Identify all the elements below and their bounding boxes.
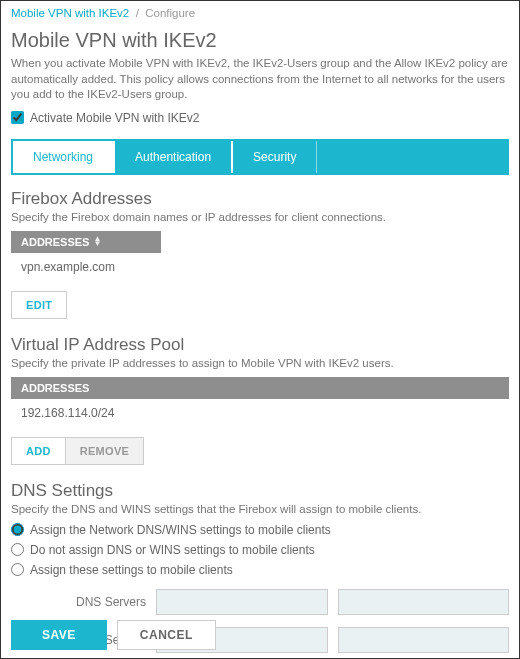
footer-buttons: SAVE CANCEL	[11, 620, 216, 650]
vip-table: ADDRESSES 192.168.114.0/24	[11, 377, 509, 427]
dns-opt2-label: Do not assign DNS or WINS settings to mo…	[30, 543, 315, 557]
dns-opt1-label: Assign the Network DNS/WINS settings to …	[30, 523, 331, 537]
dns-opt2-row[interactable]: Do not assign DNS or WINS settings to mo…	[11, 543, 509, 557]
dns-sub: Specify the DNS and WINS settings that t…	[11, 503, 509, 515]
dns-heading: DNS Settings	[11, 481, 509, 501]
firebox-col-header[interactable]: ADDRESSES ▲▼	[11, 231, 161, 253]
remove-button[interactable]: REMOVE	[66, 437, 144, 465]
tab-spacer	[317, 141, 507, 173]
breadcrumb: Mobile VPN with IKEv2 / Configure	[1, 1, 519, 25]
vip-col-label: ADDRESSES	[21, 382, 89, 394]
dns-server-1-input[interactable]	[156, 589, 328, 615]
activate-row[interactable]: Activate Mobile VPN with IKEv2	[11, 111, 509, 125]
save-button[interactable]: SAVE	[11, 620, 107, 650]
firebox-table: ADDRESSES ▲▼ vpn.example.com	[11, 231, 509, 281]
tab-networking[interactable]: Networking	[13, 141, 115, 173]
dns-opt3-label: Assign these settings to mobile clients	[30, 563, 233, 577]
dns-opt3-row[interactable]: Assign these settings to mobile clients	[11, 563, 509, 577]
edit-button[interactable]: EDIT	[11, 291, 67, 319]
add-button[interactable]: ADD	[11, 437, 66, 465]
firebox-sub: Specify the Firebox domain names or IP a…	[11, 211, 509, 223]
vip-col-header[interactable]: ADDRESSES	[11, 377, 509, 399]
vip-sub: Specify the private IP addresses to assi…	[11, 357, 509, 369]
tab-bar: Networking Authentication Security	[11, 139, 509, 175]
firebox-heading: Firebox Addresses	[11, 189, 509, 209]
dns-servers-row: DNS Servers	[11, 589, 509, 615]
breadcrumb-current: Configure	[145, 7, 195, 19]
sort-icon: ▲▼	[93, 237, 101, 247]
dns-servers-label: DNS Servers	[11, 595, 156, 609]
dns-server-2-input[interactable]	[338, 589, 510, 615]
activate-checkbox[interactable]	[11, 111, 24, 124]
page-title: Mobile VPN with IKEv2	[11, 25, 509, 56]
page-frame: Mobile VPN with IKEv2 / Configure Mobile…	[0, 0, 520, 659]
cancel-button[interactable]: CANCEL	[117, 620, 216, 650]
dns-opt1-radio[interactable]	[11, 523, 24, 536]
vip-heading: Virtual IP Address Pool	[11, 335, 509, 355]
firebox-col-label: ADDRESSES	[21, 236, 89, 248]
tab-authentication[interactable]: Authentication	[115, 141, 233, 173]
breadcrumb-sep: /	[136, 7, 139, 19]
dns-opt3-radio[interactable]	[11, 563, 24, 576]
wins-server-2-input[interactable]	[338, 627, 510, 653]
dns-opt2-radio[interactable]	[11, 543, 24, 556]
page-description: When you activate Mobile VPN with IKEv2,…	[11, 56, 509, 103]
breadcrumb-parent[interactable]: Mobile VPN with IKEv2	[11, 7, 129, 19]
vip-row[interactable]: 192.168.114.0/24	[11, 399, 509, 427]
firebox-row[interactable]: vpn.example.com	[11, 253, 509, 281]
tab-security[interactable]: Security	[233, 141, 317, 173]
dns-opt1-row[interactable]: Assign the Network DNS/WINS settings to …	[11, 523, 509, 537]
dns-radio-group: Assign the Network DNS/WINS settings to …	[11, 523, 509, 577]
activate-label: Activate Mobile VPN with IKEv2	[30, 111, 199, 125]
